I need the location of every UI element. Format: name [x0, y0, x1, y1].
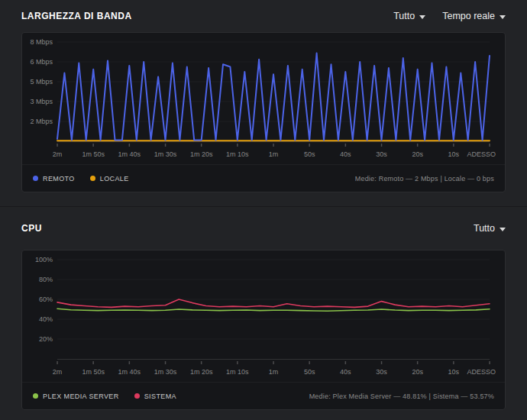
chevron-down-icon	[500, 228, 506, 231]
svg-text:20s: 20s	[412, 150, 423, 158]
svg-text:2m: 2m	[53, 368, 63, 376]
cpu-title: CPU	[21, 223, 42, 234]
svg-text:ADESSO: ADESSO	[467, 368, 496, 376]
legend-item-sistema[interactable]: SISTEMA	[134, 393, 176, 400]
svg-text:1m 50s: 1m 50s	[82, 150, 105, 158]
legend-item-remoto[interactable]: REMOTO	[33, 175, 75, 183]
svg-text:1m 10s: 1m 10s	[226, 150, 249, 158]
svg-text:3 Mbps: 3 Mbps	[30, 98, 53, 105]
remoto-dot-icon	[33, 176, 38, 181]
svg-text:30s: 30s	[376, 368, 387, 376]
locale-dot-icon	[90, 176, 95, 181]
svg-text:6 Mbps: 6 Mbps	[30, 58, 53, 66]
svg-text:1m 10s: 1m 10s	[226, 368, 249, 376]
svg-text:1m 40s: 1m 40s	[118, 368, 141, 376]
cpu-header: CPU Tutto	[21, 207, 506, 250]
series-sistema-line	[57, 299, 490, 307]
svg-text:40s: 40s	[340, 150, 351, 158]
gridlines	[57, 260, 490, 339]
cpu-panel: CPU Tutto 20%40%60%80%100%2m1m 50s1m 40s…	[0, 206, 527, 410]
bandwidth-timerange-dropdown[interactable]: Tempo reale	[442, 11, 506, 21]
chevron-down-icon	[500, 15, 506, 19]
cpu-averages: Medie: Plex Media Server — 48.81% | Sist…	[309, 393, 494, 400]
svg-text:40s: 40s	[340, 368, 351, 376]
legend-sistema-label: SISTEMA	[144, 393, 176, 400]
svg-text:1m 40s: 1m 40s	[118, 150, 141, 158]
svg-text:20s: 20s	[412, 368, 423, 376]
plex-media-server-dot-icon	[33, 393, 38, 399]
chevron-down-icon	[419, 15, 425, 19]
bandwidth-filter-label: Tutto	[393, 11, 415, 21]
legend-item-plex-media-server[interactable]: PLEX MEDIA SERVER	[33, 393, 119, 400]
bandwidth-chart: 2 Mbps3 Mbps5 Mbps6 Mbps8 Mbps2m1m 50s1m…	[22, 33, 505, 164]
svg-text:1m 20s: 1m 20s	[190, 368, 213, 376]
cpu-controls: Tutto	[474, 223, 506, 234]
cpu-chart: 20%40%60%80%100%2m1m 50s1m 40s1m 30s1m 2…	[22, 250, 505, 382]
bandwidth-title: LARGHEZZA DI BANDA	[21, 11, 132, 21]
cpu-legend: PLEX MEDIA SERVER SISTEMA	[33, 393, 176, 400]
bandwidth-legend-row: REMOTO LOCALE Medie: Remoto — 2 Mbps | L…	[22, 164, 505, 192]
cpu-legend-row: PLEX MEDIA SERVER SISTEMA Medie: Plex Me…	[22, 382, 505, 409]
bandwidth-controls: Tutto Tempo reale	[393, 11, 506, 21]
svg-text:100%: 100%	[35, 256, 53, 263]
x-axis-labels: 2m1m 50s1m 40s1m 30s1m 20s1m 10s1m50s40s…	[53, 361, 496, 376]
svg-text:80%: 80%	[39, 276, 53, 283]
svg-text:30s: 30s	[376, 150, 387, 158]
bandwidth-filter-dropdown[interactable]: Tutto	[393, 11, 425, 21]
sistema-dot-icon	[134, 393, 140, 399]
bandwidth-timerange-label: Tempo reale	[442, 11, 495, 21]
x-axis-labels: 2m1m 50s1m 40s1m 30s1m 20s1m 10s1m50s40s…	[53, 144, 496, 158]
gridlines	[57, 42, 490, 121]
svg-text:1m 20s: 1m 20s	[190, 150, 213, 158]
legend-item-locale[interactable]: LOCALE	[90, 175, 129, 183]
bandwidth-header: LARGHEZZA DI BANDA Tutto Tempo reale	[21, 0, 506, 32]
legend-remoto-label: REMOTO	[43, 175, 75, 183]
y-axis-labels: 2 Mbps3 Mbps5 Mbps6 Mbps8 Mbps	[30, 38, 53, 125]
svg-text:2 Mbps: 2 Mbps	[30, 118, 53, 125]
svg-text:40%: 40%	[39, 315, 53, 323]
svg-text:60%: 60%	[39, 296, 53, 303]
svg-text:50s: 50s	[304, 150, 315, 158]
svg-text:10s: 10s	[448, 368, 460, 376]
y-axis-labels: 20%40%60%80%100%	[35, 256, 53, 343]
svg-text:1m 30s: 1m 30s	[154, 150, 177, 158]
bandwidth-chart-box: 2 Mbps3 Mbps5 Mbps6 Mbps8 Mbps2m1m 50s1m…	[21, 32, 506, 192]
svg-text:1m: 1m	[269, 150, 279, 158]
svg-text:20%: 20%	[39, 335, 53, 343]
svg-text:ADESSO: ADESSO	[467, 150, 496, 158]
svg-text:5 Mbps: 5 Mbps	[30, 78, 53, 86]
svg-text:50s: 50s	[304, 368, 315, 376]
legend-locale-label: LOCALE	[100, 175, 129, 183]
svg-text:8 Mbps: 8 Mbps	[30, 38, 53, 46]
plex-dashboard: LARGHEZZA DI BANDA Tutto Tempo reale 2 M…	[0, 0, 527, 410]
cpu-chart-box: 20%40%60%80%100%2m1m 50s1m 40s1m 30s1m 2…	[21, 250, 506, 410]
svg-text:10s: 10s	[448, 150, 460, 158]
svg-text:1m 30s: 1m 30s	[154, 368, 177, 376]
series-plex-media-server-line	[57, 309, 490, 311]
svg-text:1m 50s: 1m 50s	[82, 368, 105, 376]
svg-text:1m: 1m	[269, 368, 279, 376]
legend-plex-label: PLEX MEDIA SERVER	[43, 393, 119, 400]
bandwidth-averages: Medie: Remoto — 2 Mbps | Locale — 0 bps	[355, 175, 494, 183]
series-remoto-line	[57, 53, 490, 141]
svg-text:2m: 2m	[53, 150, 63, 158]
bandwidth-panel: LARGHEZZA DI BANDA Tutto Tempo reale 2 M…	[0, 0, 527, 192]
bandwidth-legend: REMOTO LOCALE	[33, 175, 129, 183]
cpu-filter-label: Tutto	[474, 223, 495, 234]
cpu-filter-dropdown[interactable]: Tutto	[474, 223, 506, 234]
